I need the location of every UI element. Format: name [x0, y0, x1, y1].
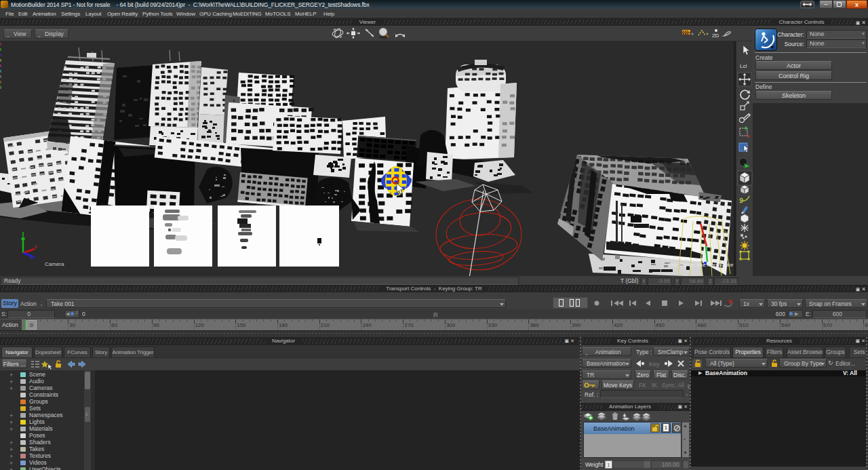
svg-text:Camera: Camera	[45, 261, 64, 267]
svg-text:x: x	[35, 243, 37, 250]
svg-text:Translation: Use manipulator: Translation: Use manipulator	[669, 262, 734, 268]
svg-text:z: z	[30, 254, 33, 260]
svg-text:Key: Key	[649, 361, 660, 368]
svg-text:2D: 2D	[712, 33, 719, 39]
svg-text:Lcl: Lcl	[740, 63, 747, 69]
